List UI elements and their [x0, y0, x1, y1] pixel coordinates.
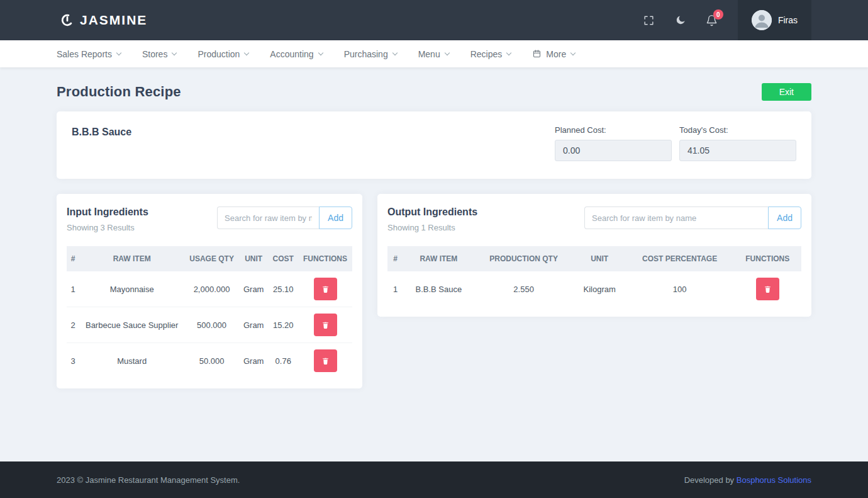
footer: 2023 © Jasmine Restaurant Management Sys… — [0, 461, 868, 498]
chevron-down-icon — [244, 50, 249, 55]
output-panel-title: Output Ingredients — [387, 207, 477, 218]
chevron-down-icon — [116, 50, 121, 55]
planned-cost-label: Planned Cost: — [555, 125, 672, 135]
column-header: USAGE QTY — [184, 246, 239, 271]
raw-item-cell: Barbecue Sauce Supplier — [79, 307, 184, 343]
column-header: UNIT — [574, 246, 626, 271]
delete-row-button[interactable] — [314, 314, 337, 336]
cost-percentage-cell: 100 — [626, 271, 734, 307]
input-ingredients-panel: Input Ingredients Showing 3 Results Add … — [57, 194, 362, 388]
recipe-name: B.B.B Sauce — [72, 125, 131, 138]
column-header: FUNCTIONS — [298, 246, 352, 271]
unit-cell: Kilogram — [574, 271, 626, 307]
trash-icon — [321, 285, 330, 293]
user-name: Firas — [778, 15, 798, 25]
production-qty-cell: 2.550 — [474, 271, 574, 307]
developer-link[interactable]: Bosphorus Solutions — [737, 475, 811, 485]
output-panel-result-count: Showing 1 Results — [387, 223, 477, 232]
output-ingredients-panel: Output Ingredients Showing 1 Results Add… — [377, 194, 811, 317]
chevron-down-icon — [392, 50, 397, 55]
nav-production[interactable]: Production — [198, 49, 248, 59]
nav-more[interactable]: More — [532, 49, 575, 59]
usage-qty-cell: 2,000.000 — [184, 271, 239, 307]
nav-purchasing[interactable]: Purchasing — [344, 49, 397, 59]
main-content: Production Recipe Exit B.B.B Sauce Plann… — [0, 67, 868, 461]
input-ingredient-add-button[interactable]: Add — [319, 207, 352, 229]
input-ingredients-table: # RAW ITEM USAGE QTY UNIT COST FUNCTIONS… — [67, 246, 352, 378]
output-ingredient-search-input[interactable] — [584, 207, 768, 229]
dark-mode-moon-icon[interactable] — [674, 14, 687, 26]
nav-label: Recipes — [470, 49, 503, 59]
column-header: PRODUCTION QTY — [474, 246, 574, 271]
nav-accounting[interactable]: Accounting — [270, 49, 322, 59]
column-header: UNIT — [239, 246, 269, 271]
output-ingredient-add-button[interactable]: Add — [768, 207, 801, 229]
notification-badge: 0 — [713, 9, 723, 20]
input-panel-title: Input Ingredients — [67, 207, 148, 218]
column-header: COST — [269, 246, 299, 271]
page-title: Production Recipe — [57, 84, 181, 100]
brand[interactable]: JASMINE — [60, 13, 147, 28]
column-header: # — [387, 246, 403, 271]
exit-button[interactable]: Exit — [762, 83, 811, 101]
todays-cost-input[interactable] — [679, 140, 796, 161]
planned-cost-input[interactable] — [555, 140, 672, 161]
user-menu[interactable]: Firas — [738, 0, 811, 40]
developed-by-text: Developed by Bosphorus Solutions — [684, 475, 811, 485]
nav-label: Production — [198, 49, 240, 59]
chevron-down-icon — [318, 50, 323, 55]
row-number: 1 — [387, 271, 403, 307]
usage-qty-cell: 500.000 — [184, 307, 239, 343]
topbar: JASMINE 0 Firas — [0, 0, 868, 40]
unit-cell: Gram — [239, 307, 269, 343]
cost-cell: 0.76 — [269, 343, 299, 379]
developed-by-label: Developed by — [684, 475, 735, 485]
chevron-down-icon — [570, 50, 576, 55]
nav-menu[interactable]: Menu — [418, 49, 449, 59]
brand-name: JASMINE — [80, 13, 147, 28]
trash-icon — [321, 321, 330, 329]
chevron-down-icon — [172, 50, 177, 55]
table-row: 1 Mayonnaise 2,000.000 Gram 25.10 — [67, 271, 352, 307]
nav-label: More — [546, 49, 566, 59]
fullscreen-icon[interactable] — [643, 14, 655, 26]
row-number: 3 — [67, 343, 79, 379]
cost-cell: 25.10 — [269, 271, 299, 307]
column-header: COST PERCENTAGE — [626, 246, 734, 271]
nav-stores[interactable]: Stores — [142, 49, 176, 59]
usage-qty-cell: 50.000 — [184, 343, 239, 379]
delete-row-button[interactable] — [756, 278, 779, 300]
column-header: RAW ITEM — [79, 246, 184, 271]
input-panel-result-count: Showing 3 Results — [67, 223, 148, 232]
table-row: 1 B.B.B Sauce 2.550 Kilogram 100 — [387, 271, 801, 307]
raw-item-cell: B.B.B Sauce — [403, 271, 474, 307]
delete-row-button[interactable] — [314, 349, 337, 372]
chevron-down-icon — [444, 50, 449, 55]
table-row: 3 Mustard 50.000 Gram 0.76 — [67, 343, 352, 379]
nav-sales-reports[interactable]: Sales Reports — [57, 49, 121, 59]
unit-cell: Gram — [239, 343, 269, 379]
delete-row-button[interactable] — [314, 278, 337, 300]
output-ingredients-table: # RAW ITEM PRODUCTION QTY UNIT COST PERC… — [387, 246, 801, 307]
row-number: 2 — [67, 307, 79, 343]
main-navbar: Sales Reports Stores Production Accounti… — [0, 40, 868, 67]
chevron-down-icon — [506, 50, 511, 55]
trash-icon — [764, 285, 772, 293]
trash-icon — [321, 357, 330, 365]
row-number: 1 — [67, 271, 79, 307]
nav-recipes[interactable]: Recipes — [470, 49, 511, 59]
cost-cell: 15.20 — [269, 307, 299, 343]
more-calendar-icon — [532, 49, 542, 59]
recipe-summary-card: B.B.B Sauce Planned Cost: Today's Cost: — [57, 111, 811, 179]
avatar — [752, 10, 772, 30]
column-header: FUNCTIONS — [734, 246, 802, 271]
raw-item-cell: Mustard — [79, 343, 184, 379]
notifications-bell-icon[interactable]: 0 — [706, 14, 718, 26]
column-header: # — [67, 246, 79, 271]
input-ingredient-search-input[interactable] — [217, 207, 319, 229]
jasmine-logo-icon — [60, 13, 74, 27]
table-row: 2 Barbecue Sauce Supplier 500.000 Gram 1… — [67, 307, 352, 343]
raw-item-cell: Mayonnaise — [79, 271, 184, 307]
nav-label: Purchasing — [344, 49, 388, 59]
todays-cost-label: Today's Cost: — [679, 125, 796, 135]
